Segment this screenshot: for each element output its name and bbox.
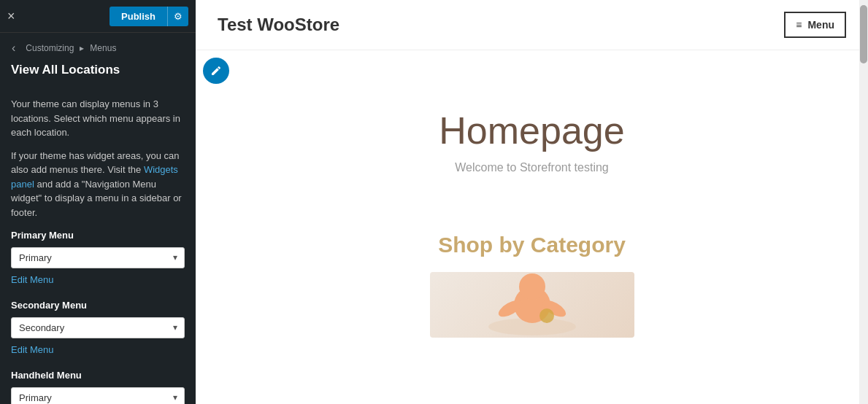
menu-button-label: Menu bbox=[807, 19, 834, 31]
gear-button[interactable]: ⚙ bbox=[167, 7, 188, 26]
hero-section: Homepage Welcome to Storefront testing bbox=[196, 50, 868, 218]
scrollbar-thumb[interactable] bbox=[860, 5, 867, 63]
handheld-menu-section: Handheld Menu Primary Secondary Handheld… bbox=[11, 368, 185, 404]
category-image bbox=[430, 272, 634, 338]
hero-title: Homepage bbox=[218, 109, 846, 152]
hero-subtitle: Welcome to Storefront testing bbox=[218, 161, 846, 174]
svg-point-5 bbox=[539, 308, 554, 323]
description1: Your theme can display menus in 3 locati… bbox=[11, 97, 185, 140]
section-title: View All Locations bbox=[0, 60, 196, 86]
hamburger-icon: ≡ bbox=[796, 19, 802, 31]
publish-button[interactable]: Publish bbox=[110, 7, 167, 26]
category-title: Shop by Category bbox=[218, 233, 846, 257]
handheld-menu-select[interactable]: Primary Secondary Handheld bbox=[11, 387, 185, 405]
category-illustration bbox=[474, 272, 591, 338]
site-header: Test WooStore ≡ Menu bbox=[196, 0, 868, 50]
close-button[interactable]: × bbox=[7, 9, 15, 23]
customizer-panel: × Publish ⚙ ‹ Customizing ▸ Menus View A… bbox=[0, 0, 196, 404]
secondary-menu-section: Secondary Menu Primary Secondary Handhel… bbox=[11, 298, 185, 357]
preview-body: Homepage Welcome to Storefront testing S… bbox=[196, 50, 868, 404]
primary-menu-section: Primary Menu Primary Secondary Handheld … bbox=[11, 228, 185, 287]
secondary-menu-select-wrap: Primary Secondary Handheld ▾ bbox=[11, 317, 185, 338]
topbar: × Publish ⚙ bbox=[0, 0, 196, 33]
customizing-label: Customizing bbox=[26, 43, 74, 53]
secondary-menu-select[interactable]: Primary Secondary Handheld bbox=[11, 317, 185, 338]
secondary-menu-label: Secondary Menu bbox=[11, 298, 185, 313]
category-section: Shop by Category bbox=[196, 218, 868, 352]
site-title: Test WooStore bbox=[218, 15, 339, 35]
description2: If your theme has widget areas, you can … bbox=[11, 149, 185, 220]
primary-menu-label: Primary Menu bbox=[11, 228, 185, 243]
svg-point-2 bbox=[519, 273, 545, 300]
primary-menu-select[interactable]: Primary Secondary Handheld bbox=[11, 247, 185, 268]
preview-area: Test WooStore ≡ Menu Homepage Welcome to… bbox=[196, 0, 868, 404]
primary-edit-menu-link[interactable]: Edit Menu bbox=[11, 273, 54, 287]
pencil-icon bbox=[210, 65, 222, 77]
breadcrumb: ‹ Customizing ▸ Menus bbox=[0, 33, 196, 60]
back-button[interactable]: ‹ bbox=[7, 40, 20, 56]
description2-post: and add a "Navigation Menu widget" to di… bbox=[11, 179, 182, 218]
breadcrumb-arrow: ▸ bbox=[80, 43, 84, 53]
scrollbar[interactable] bbox=[859, 0, 868, 404]
secondary-edit-menu-link[interactable]: Edit Menu bbox=[11, 343, 54, 357]
menu-button[interactable]: ≡ Menu bbox=[784, 12, 846, 38]
panel-content: Your theme can display menus in 3 locati… bbox=[0, 86, 196, 404]
menus-label: Menus bbox=[90, 43, 116, 53]
handheld-menu-select-wrap: Primary Secondary Handheld ▾ bbox=[11, 387, 185, 405]
publish-area: Publish ⚙ bbox=[110, 7, 188, 26]
edit-pencil-button[interactable] bbox=[203, 58, 229, 84]
handheld-menu-label: Handheld Menu bbox=[11, 368, 185, 383]
primary-menu-select-wrap: Primary Secondary Handheld ▾ bbox=[11, 247, 185, 268]
